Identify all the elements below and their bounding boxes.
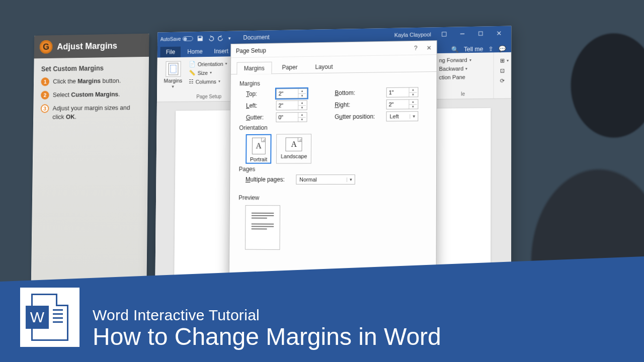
tutorial-header: G Adjust Margins: [34, 34, 149, 59]
top-input[interactable]: ▲▼: [276, 88, 307, 99]
bring-forward-button[interactable]: ng Forward▾: [437, 55, 490, 64]
portrait-icon: A: [252, 138, 266, 154]
step-text: Select Custom Margins.: [53, 90, 120, 100]
search-icon[interactable]: 🔍: [451, 46, 459, 53]
svg-rect-0: [442, 32, 446, 36]
tutorial-step: 2 Select Custom Margins.: [41, 90, 141, 100]
tutorial-body: Set Custom Margins 1 Click the Margins b…: [33, 57, 149, 133]
gutter-pos-label: Gutter position:: [335, 113, 382, 121]
tutorial-step: 1 Click the Margins button.: [41, 76, 141, 86]
columns-label: Columns: [196, 78, 216, 84]
right-input[interactable]: ▲▼: [386, 99, 419, 109]
columns-icon: ☷: [189, 78, 194, 85]
tutorial-panel: G Adjust Margins Set Custom Margins 1 Cl…: [31, 34, 149, 306]
autosave-pill[interactable]: [183, 36, 193, 41]
tab-layout[interactable]: Layout: [308, 60, 341, 73]
dialog-title: Page Setup: [236, 47, 266, 54]
spinner-up-icon[interactable]: ▲: [409, 100, 417, 105]
chevron-down-icon: ▼: [171, 84, 175, 89]
tell-me[interactable]: Tell me: [464, 46, 483, 53]
margins-button[interactable]: Margins ▼: [161, 59, 186, 91]
bottom-input[interactable]: ▲▼: [386, 87, 419, 98]
minimize-button[interactable]: [453, 27, 471, 41]
orientation-section-label: Orientation: [239, 123, 427, 131]
landscape-label: Landscape: [281, 153, 307, 159]
group-button[interactable]: ⊡: [498, 66, 507, 75]
landscape-option[interactable]: A Landscape: [276, 134, 311, 163]
step-text: Adjust your margin sizes and click OK.: [52, 103, 141, 121]
spinner-down-icon[interactable]: ▼: [409, 93, 417, 97]
orientation-label: Orientation: [198, 61, 223, 67]
tutorial-step: 3 Adjust your margin sizes and click OK.: [41, 103, 141, 121]
tutorial-title: Adjust Margins: [57, 41, 117, 52]
tab-paper[interactable]: Paper: [275, 61, 305, 73]
gutter-pos-select[interactable]: Left▼: [386, 111, 419, 121]
close-button[interactable]: [490, 26, 509, 41]
multiple-pages-select[interactable]: Normal▼: [296, 174, 355, 185]
spinner-up-icon[interactable]: ▲: [298, 89, 306, 94]
gutter-input[interactable]: ▲▼: [276, 112, 307, 122]
tutorial-logo: G: [40, 40, 53, 54]
top-label: Top:: [246, 90, 272, 97]
svg-rect-2: [478, 32, 482, 36]
tab-file[interactable]: File: [160, 47, 181, 58]
redo-icon[interactable]: [218, 35, 224, 42]
preview-thumbnail: [245, 205, 280, 250]
close-icon[interactable]: ✕: [427, 44, 432, 51]
step-number: 3: [41, 104, 49, 113]
chevron-down-icon: ▼: [410, 114, 418, 119]
tab-margins[interactable]: Margins: [236, 62, 272, 74]
spinner-up-icon[interactable]: ▲: [298, 113, 306, 117]
autosave-label: AutoSave: [160, 36, 181, 42]
comments-icon[interactable]: 💬: [499, 45, 506, 52]
chevron-down-icon: ▼: [347, 177, 355, 182]
spinner-down-icon[interactable]: ▼: [409, 105, 417, 109]
group-label: le: [437, 90, 489, 99]
tab-home[interactable]: Home: [182, 46, 208, 57]
banner-subtitle: Word Interactive Tutorial: [93, 307, 441, 324]
spinner-up-icon[interactable]: ▲: [298, 101, 306, 105]
left-input[interactable]: ▲▼: [276, 100, 307, 110]
preview-section-label: Preview: [238, 194, 427, 202]
document-title: Document: [243, 34, 270, 41]
multiple-pages-label: Multiple pages:: [246, 176, 292, 183]
autosave-toggle[interactable]: AutoSave: [160, 36, 193, 42]
spinner-up-icon[interactable]: ▲: [409, 87, 417, 93]
qat-more-icon[interactable]: ▾: [228, 35, 231, 41]
spinner-down-icon[interactable]: ▼: [298, 117, 306, 121]
align-button[interactable]: ⊞ ▾: [498, 56, 507, 65]
help-button[interactable]: ?: [414, 44, 418, 51]
rotate-button[interactable]: ⟳: [498, 76, 507, 85]
margins-label: Margins: [164, 77, 182, 83]
spinner-down-icon[interactable]: ▼: [298, 94, 306, 98]
step-number: 2: [41, 91, 49, 100]
ribbon-display-icon[interactable]: [435, 27, 453, 42]
user-name[interactable]: Kayla Claypool: [394, 31, 431, 38]
margins-icon: [166, 61, 181, 77]
undo-icon[interactable]: [207, 35, 214, 42]
orientation-icon: 📄: [189, 61, 196, 67]
selection-pane-button[interactable]: ction Pane: [437, 73, 490, 81]
step-text: Click the Margins button.: [53, 76, 121, 86]
size-icon: 📏: [189, 70, 196, 76]
columns-button[interactable]: ☷Columns▾: [187, 77, 229, 86]
size-button[interactable]: 📏Size▾: [187, 68, 229, 77]
share-icon[interactable]: ⇪: [488, 45, 493, 52]
save-icon[interactable]: [197, 35, 203, 42]
send-backward-button[interactable]: Backward▾: [437, 64, 490, 73]
pages-section-label: Pages: [239, 165, 427, 172]
size-label: Size: [198, 70, 208, 76]
orientation-button[interactable]: 📄Orientation▾: [187, 59, 229, 68]
gutter-label: Gutter:: [246, 114, 272, 121]
bottom-label: Bottom:: [335, 89, 382, 97]
maximize-button[interactable]: [471, 26, 490, 41]
spinner-down-icon[interactable]: ▼: [298, 106, 306, 110]
word-app-icon: W: [20, 288, 79, 347]
tutorial-subtitle: Set Custom Margins: [41, 64, 141, 73]
ribbon-group-arrange: ng Forward▾ Backward▾ ction Pane le: [433, 52, 494, 99]
margins-section-label: Margins: [239, 78, 428, 87]
right-label: Right:: [335, 101, 382, 109]
banner-title: How to Change Margins in Word: [93, 324, 441, 350]
dialog-tabs: Margins Paper Layout: [231, 55, 437, 74]
portrait-option[interactable]: A Portrait: [246, 134, 272, 164]
